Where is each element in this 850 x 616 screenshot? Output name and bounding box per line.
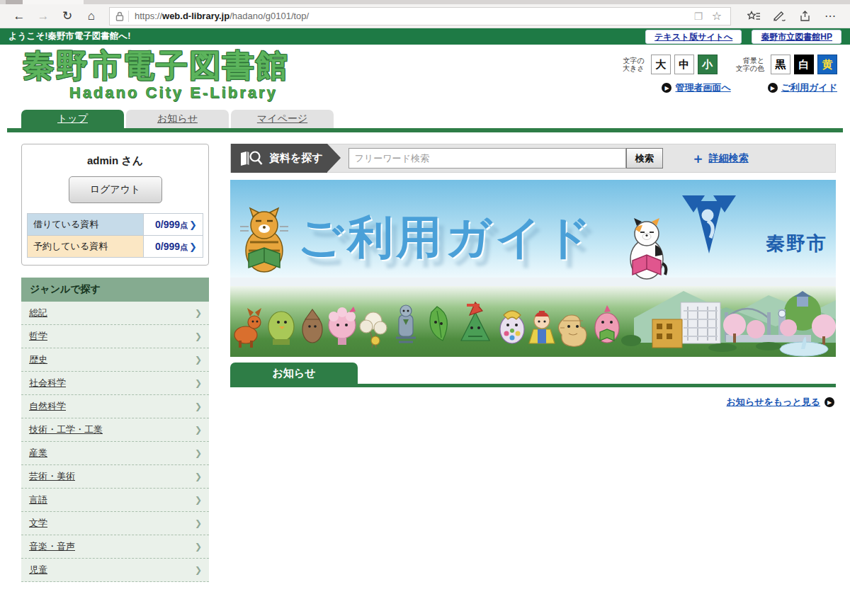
text-version-site-button[interactable]: テキスト版サイトへ bbox=[645, 30, 742, 44]
tab-news[interactable]: お知らせ bbox=[126, 110, 229, 128]
chevron-right-icon: ❯ bbox=[195, 355, 202, 365]
tab-mypage[interactable]: マイページ bbox=[231, 110, 334, 128]
color-scheme-label: 背景と文字の色 bbox=[736, 57, 764, 73]
chevron-right-icon: ❯ bbox=[195, 518, 202, 528]
chevron-right-icon: ❯ bbox=[195, 331, 202, 341]
notice-section-header: お知らせ bbox=[230, 363, 358, 384]
play-circle-icon: ▶ bbox=[768, 83, 778, 93]
chevron-right-icon: ❯ bbox=[195, 472, 202, 481]
share-icon[interactable] bbox=[792, 11, 817, 22]
hadano-city-logo bbox=[676, 188, 742, 259]
plus-icon: ＋ bbox=[691, 149, 705, 168]
forward-icon[interactable]: → bbox=[31, 9, 55, 23]
genre-panel-header: ジャンルで探す bbox=[21, 278, 209, 302]
page-content: admin さん ログアウト 借りている資料 0/999点❯ 予約している資料 … bbox=[0, 132, 850, 582]
genre-item-sangyou[interactable]: 産業❯ bbox=[21, 442, 209, 465]
search-section-label: 資料を探す bbox=[231, 144, 327, 173]
more-options-icon[interactable]: ⋯ bbox=[817, 9, 843, 23]
tab-top[interactable]: トップ bbox=[21, 110, 124, 128]
admin-screen-link[interactable]: ▶ 管理者画面へ bbox=[662, 81, 730, 94]
site-brand: 秦野市電子図書館 Hadano City E-Library bbox=[23, 49, 289, 110]
reserved-items-label: 予約している資料 bbox=[28, 236, 144, 258]
tiger-cat-reading-icon bbox=[234, 207, 294, 275]
favorite-star-icon[interactable]: ☆ bbox=[708, 9, 726, 23]
refresh-icon[interactable]: ↻ bbox=[55, 8, 79, 23]
welcome-bar: ようこそ!秦野市電子図書館へ! テキスト版サイトへ 秦野市立図書館HP bbox=[0, 28, 850, 45]
url-text[interactable]: https://web.d-library.jp/hadano/g0101/to… bbox=[135, 11, 689, 21]
color-scheme-black-button[interactable]: 黒 bbox=[771, 55, 790, 74]
annotate-pen-icon[interactable] bbox=[766, 11, 792, 21]
genre-item-tetsugaku[interactable]: 哲学❯ bbox=[21, 325, 209, 348]
genre-list: 総記❯ 哲学❯ 歴史❯ 社会科学❯ 自然科学❯ 技術・工学・工業❯ 産業❯ 芸術… bbox=[21, 302, 209, 582]
book-search-icon bbox=[239, 150, 264, 167]
lock-icon bbox=[115, 11, 124, 21]
genre-item-shakaikagaku[interactable]: 社会科学❯ bbox=[21, 372, 209, 395]
genre-item-jidou[interactable]: 児童❯ bbox=[21, 559, 209, 582]
genre-item-ongaku[interactable]: 音楽・音声❯ bbox=[21, 535, 209, 559]
chevron-right-icon: ❯ bbox=[195, 378, 202, 388]
welcome-text: ようこそ!秦野市電子図書館へ! bbox=[8, 30, 635, 42]
browser-window: ← → ↻ ⌂ https://web.d-library.jp/hadano/… bbox=[0, 0, 850, 616]
chevron-right-icon: ❯ bbox=[189, 219, 197, 230]
table-row: 借りている資料 0/999点❯ bbox=[28, 214, 203, 236]
reserved-items-link[interactable]: 0/999点❯ bbox=[144, 236, 203, 258]
font-size-label: 文字の大きさ bbox=[623, 57, 644, 73]
chevron-right-icon: ❯ bbox=[195, 542, 202, 552]
advanced-search-link[interactable]: ＋ 詳細検索 bbox=[691, 149, 749, 168]
search-button[interactable]: 検索 bbox=[626, 148, 663, 169]
url-bar[interactable]: https://web.d-library.jp/hadano/g0101/to… bbox=[109, 7, 731, 25]
calico-cat-reading-icon bbox=[618, 217, 675, 282]
borrowed-items-label: 借りている資料 bbox=[28, 214, 144, 236]
font-size-small-button[interactable]: 小 bbox=[698, 55, 718, 74]
site-header: 秦野市電子図書館 Hadano City E-Library 文字の大きさ 大 … bbox=[0, 45, 850, 110]
user-name: admin さん bbox=[27, 154, 203, 168]
city-library-hp-button[interactable]: 秦野市立図書館HP bbox=[752, 30, 842, 44]
url-divider bbox=[128, 11, 129, 22]
search-input[interactable] bbox=[348, 148, 626, 169]
color-scheme-yellow-button[interactable]: 黄 bbox=[817, 55, 837, 74]
play-circle-icon: ▶ bbox=[824, 397, 834, 407]
banner-title: ご利用ガイド bbox=[298, 207, 595, 268]
notice-more-link[interactable]: お知らせをもっと見る bbox=[727, 396, 820, 409]
font-size-medium-button[interactable]: 中 bbox=[674, 55, 694, 74]
guide-banner[interactable]: ご利用ガイド bbox=[230, 180, 836, 357]
sidebar: admin さん ログアウト 借りている資料 0/999点❯ 予約している資料 … bbox=[21, 144, 209, 582]
genre-item-shizenkagaku[interactable]: 自然科学❯ bbox=[21, 395, 209, 418]
back-icon[interactable]: ← bbox=[7, 9, 31, 23]
site-subtitle: Hadano City E-Library bbox=[69, 84, 289, 102]
genre-item-bungaku[interactable]: 文学❯ bbox=[21, 512, 209, 535]
logout-button[interactable]: ログアウト bbox=[69, 176, 162, 203]
color-scheme-white-button[interactable]: 白 bbox=[794, 55, 814, 74]
chevron-right-icon: ❯ bbox=[195, 448, 202, 458]
browser-tab-stub[interactable] bbox=[6, 0, 23, 4]
header-controls: 文字の大きさ 大 中 小 背景と文字の色 黒 白 黄 ▶ 管理者画面へ ▶ ご利… bbox=[604, 49, 837, 110]
genre-item-rekishi[interactable]: 歴史❯ bbox=[21, 348, 209, 372]
search-strip: 資料を探す 検索 ＋ 詳細検索 bbox=[230, 144, 836, 173]
chevron-right-icon: ❯ bbox=[195, 308, 202, 318]
user-box: admin さん ログアウト 借りている資料 0/999点❯ 予約している資料 … bbox=[21, 144, 209, 266]
genre-item-gijutsu[interactable]: 技術・工学・工業❯ bbox=[21, 418, 209, 442]
chevron-right-icon: ❯ bbox=[195, 495, 202, 505]
chevron-right-icon: ❯ bbox=[195, 401, 202, 411]
genre-item-sougi[interactable]: 総記❯ bbox=[21, 302, 209, 325]
chevron-right-icon: ❯ bbox=[195, 425, 202, 435]
genre-panel: ジャンルで探す 総記❯ 哲学❯ 歴史❯ 社会科学❯ 自然科学❯ 技術・工学・工業… bbox=[21, 278, 209, 582]
main-nav-tabs: トップ お知らせ マイページ bbox=[0, 110, 850, 128]
genre-item-geijutsu[interactable]: 芸術・美術❯ bbox=[21, 465, 209, 489]
play-circle-icon: ▶ bbox=[662, 83, 672, 93]
site-title: 秦野市電子図書館 bbox=[23, 49, 289, 82]
main-column: 資料を探す 検索 ＋ 詳細検索 ご利用ガイド bbox=[230, 144, 836, 409]
mascot-characters-row bbox=[230, 275, 836, 357]
browser-tabstrip bbox=[0, 0, 850, 4]
home-icon[interactable]: ⌂ bbox=[79, 9, 103, 23]
favorites-hub-icon[interactable] bbox=[741, 11, 766, 22]
genre-item-gengo[interactable]: 言語❯ bbox=[21, 489, 209, 512]
notice-more-row: お知らせをもっと見る ▶ bbox=[230, 387, 836, 409]
reading-view-icon[interactable]: ❐ bbox=[689, 11, 708, 22]
font-size-large-button[interactable]: 大 bbox=[651, 55, 671, 74]
user-guide-link[interactable]: ▶ ご利用ガイド bbox=[768, 81, 837, 94]
borrowed-items-link[interactable]: 0/999点❯ bbox=[144, 214, 203, 236]
user-stats-table: 借りている資料 0/999点❯ 予約している資料 0/999点❯ bbox=[27, 213, 203, 258]
chevron-right-icon: ❯ bbox=[195, 565, 202, 575]
browser-active-tab[interactable] bbox=[23, 0, 84, 4]
